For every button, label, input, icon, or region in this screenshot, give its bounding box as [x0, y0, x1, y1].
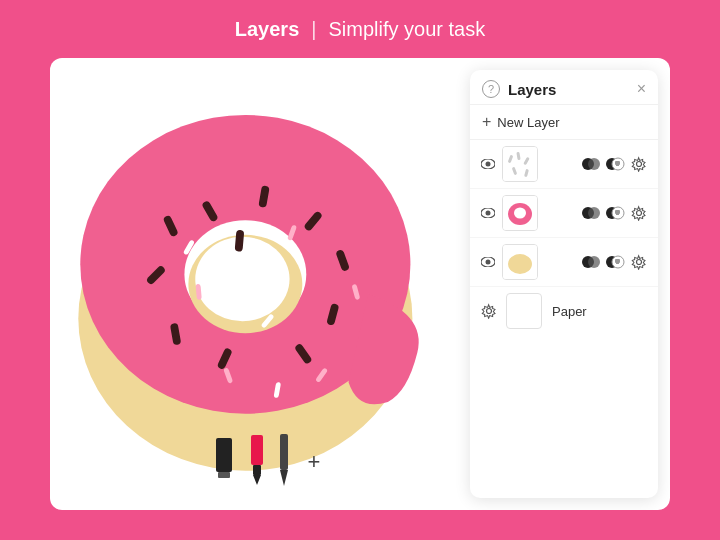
layer-controls	[580, 153, 650, 175]
svg-point-61	[508, 254, 532, 274]
layer-settings[interactable]	[628, 251, 650, 273]
canvas-toolbar: +	[50, 434, 480, 490]
tool-pen[interactable]	[276, 434, 292, 490]
paper-settings-button[interactable]	[478, 300, 500, 322]
svg-point-59	[486, 260, 491, 265]
layer-blend-mode[interactable]	[580, 202, 602, 224]
layer-row	[470, 140, 658, 189]
svg-rect-56	[616, 212, 619, 215]
layer-thumbnail[interactable]	[502, 146, 538, 182]
svg-point-52	[588, 207, 600, 219]
layers-panel-title: Layers	[508, 81, 556, 98]
svg-point-68	[637, 260, 642, 265]
svg-rect-25	[218, 472, 230, 478]
layer-lock[interactable]	[604, 202, 626, 224]
layer-controls	[580, 202, 650, 224]
paper-label: Paper	[552, 304, 587, 319]
new-layer-label: New Layer	[497, 115, 559, 130]
svg-point-69	[487, 309, 492, 314]
layer-visibility-toggle[interactable]	[478, 154, 498, 174]
svg-point-40	[588, 158, 600, 170]
svg-rect-24	[216, 438, 232, 472]
layers-header-left: ? Layers	[482, 80, 556, 98]
svg-rect-27	[253, 465, 261, 475]
svg-marker-28	[253, 475, 261, 485]
header-divider: |	[311, 18, 316, 41]
svg-point-63	[588, 256, 600, 268]
canvas-area: +	[50, 58, 480, 510]
layers-list: Paper	[470, 140, 658, 498]
help-button[interactable]: ?	[482, 80, 500, 98]
layer-lock[interactable]	[604, 251, 626, 273]
paper-row: Paper	[470, 287, 658, 335]
layer-settings[interactable]	[628, 202, 650, 224]
top-header: Layers | Simplify your task	[0, 18, 720, 41]
svg-rect-29	[280, 434, 288, 470]
svg-point-47	[486, 211, 491, 216]
layer-blend-mode[interactable]	[580, 153, 602, 175]
layers-panel-header: ? Layers ×	[470, 70, 658, 105]
add-tool-button[interactable]: +	[308, 449, 321, 475]
layer-visibility-toggle[interactable]	[478, 252, 498, 272]
svg-point-50	[514, 208, 526, 219]
svg-rect-33	[503, 147, 537, 181]
svg-point-45	[637, 162, 642, 167]
svg-rect-67	[616, 261, 619, 264]
paper-thumbnail[interactable]	[506, 293, 542, 329]
close-button[interactable]: ×	[637, 81, 646, 97]
layer-blend-mode[interactable]	[580, 251, 602, 273]
layer-row	[470, 189, 658, 238]
layer-thumbnail[interactable]	[502, 244, 538, 280]
svg-rect-26	[251, 435, 263, 465]
layer-settings[interactable]	[628, 153, 650, 175]
layer-row	[470, 238, 658, 287]
svg-point-57	[637, 211, 642, 216]
layer-visibility-toggle[interactable]	[478, 203, 498, 223]
tool-eraser[interactable]	[210, 438, 238, 486]
tool-marker[interactable]	[246, 435, 268, 489]
layer-thumbnail[interactable]	[502, 195, 538, 231]
new-layer-button[interactable]: + New Layer	[470, 105, 658, 140]
main-area: + ? Layers × + New Layer	[50, 58, 670, 510]
plus-icon: +	[482, 113, 491, 131]
header-title: Layers	[235, 18, 300, 41]
layer-controls	[580, 251, 650, 273]
svg-rect-44	[616, 163, 619, 166]
svg-marker-30	[280, 470, 288, 486]
svg-point-32	[486, 162, 491, 167]
layer-lock[interactable]	[604, 153, 626, 175]
svg-point-4	[195, 237, 289, 322]
layers-panel: ? Layers × + New Layer	[470, 70, 658, 498]
header-subtitle: Simplify your task	[328, 18, 485, 41]
